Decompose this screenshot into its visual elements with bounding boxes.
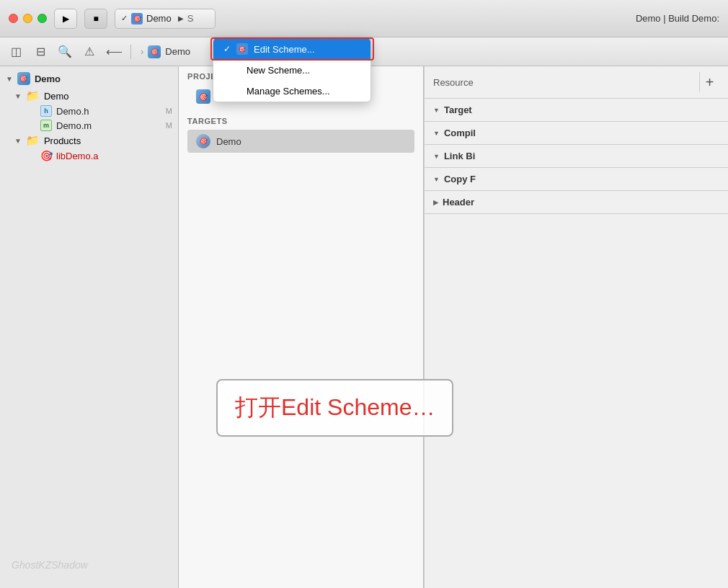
link-binary-section-header[interactable]: Link Bi bbox=[425, 145, 728, 167]
navigator-icon: ◫ bbox=[11, 45, 22, 58]
demo-m-badge: M bbox=[166, 121, 172, 130]
root-triangle-icon[interactable] bbox=[6, 75, 13, 83]
maximize-button[interactable] bbox=[37, 14, 47, 23]
compile-section-label: Compil bbox=[444, 128, 476, 138]
play-small-icon: ▶ bbox=[178, 14, 184, 22]
list-item[interactable]: 🎯 libDemo.a bbox=[23, 148, 178, 163]
inspector-section-link-binary: Link Bi bbox=[425, 145, 728, 168]
annotation-text: 打开Edit Scheme… bbox=[235, 394, 435, 420]
libdemo-label: libDemo.a bbox=[56, 151, 172, 161]
scheme-dropdown-menu: ✓ 🎯 Edit Scheme... New Scheme... Manage … bbox=[213, 37, 371, 102]
scheme-name: Demo bbox=[146, 13, 172, 24]
demo-h-badge: M bbox=[166, 107, 172, 115]
search-button[interactable]: 🔍 bbox=[55, 42, 75, 62]
sidebar-folder-demo: 📁 Demo h Demo.h M m Demo.m M bbox=[0, 88, 178, 133]
scheme-icon: 🎯 bbox=[131, 13, 143, 24]
sidebar: 🎯 Demo 📁 Demo h Demo.h M m Demo.m M bbox=[0, 66, 179, 588]
list-item[interactable]: h Demo.h M bbox=[23, 104, 178, 118]
annotation-box: 打开Edit Scheme… bbox=[216, 379, 453, 437]
scheme-box[interactable]: ✓ 🎯 Demo ▶ S bbox=[115, 9, 216, 29]
folder-demo-triangle-icon[interactable] bbox=[14, 92, 22, 100]
folder-demo-icon: 📁 bbox=[26, 89, 40, 102]
watermark-text: GhostKZShadow bbox=[12, 559, 88, 571]
close-button[interactable] bbox=[9, 14, 18, 23]
new-scheme-menu-item[interactable]: New Scheme... bbox=[213, 60, 370, 81]
title-bar-info: Demo | Build Demo: bbox=[636, 13, 719, 24]
link-binary-triangle-icon[interactable] bbox=[433, 153, 440, 160]
navigator-toggle-button[interactable]: ◫ bbox=[6, 42, 26, 62]
project-panel: PROJECT 🎯 Demo TARGETS 🎯 Demo bbox=[179, 66, 424, 588]
check-icon: ✓ bbox=[121, 14, 128, 23]
run-icon: ▶ bbox=[63, 14, 69, 24]
demo-files: h Demo.h M m Demo.m M bbox=[9, 104, 178, 133]
header-file-icon: h bbox=[40, 105, 52, 117]
target-demo-label: Demo bbox=[216, 136, 241, 147]
sidebar-folder-products: 📁 Products 🎯 libDemo.a bbox=[0, 133, 178, 163]
demo-m-label: Demo.m bbox=[56, 120, 161, 131]
inspector: Resource + Target Compil bbox=[425, 66, 728, 588]
add-button[interactable]: + bbox=[699, 72, 719, 92]
list-item[interactable]: m Demo.m M bbox=[23, 118, 178, 133]
run-button[interactable]: ▶ bbox=[54, 9, 77, 29]
title-bar: ▶ ■ ✓ 🎯 Demo ▶ S Demo | Build Demo: bbox=[0, 0, 728, 37]
sidebar-root-label: Demo bbox=[35, 74, 61, 84]
target-demo-row[interactable]: 🎯 Demo bbox=[187, 130, 414, 153]
target-section-label: Target bbox=[444, 104, 472, 115]
stop-button[interactable]: ■ bbox=[84, 9, 107, 29]
inspector-section-headers: Header bbox=[425, 191, 728, 214]
compile-section-triangle-icon[interactable] bbox=[433, 130, 440, 137]
demo-h-label: Demo.h bbox=[56, 106, 161, 117]
back-button[interactable]: ⟵ bbox=[104, 42, 124, 62]
manage-schemes-label: Manage Schemes... bbox=[247, 86, 330, 97]
title-bar-right: Demo | Build Demo: bbox=[636, 13, 719, 24]
hierarchy-button[interactable]: ⊟ bbox=[30, 42, 50, 62]
toolbar-separator bbox=[130, 45, 131, 59]
headers-section-header[interactable]: Header bbox=[425, 191, 728, 213]
target-demo-icon: 🎯 bbox=[196, 134, 210, 148]
scheme-menu-icon: 🎯 bbox=[236, 43, 248, 55]
manage-schemes-menu-item[interactable]: Manage Schemes... bbox=[213, 81, 370, 102]
inspector-section-compile: Compil bbox=[425, 122, 728, 145]
link-binary-label: Link Bi bbox=[444, 151, 475, 161]
breadcrumb-item: Demo bbox=[165, 46, 190, 57]
folder-demo-label: Demo bbox=[44, 91, 69, 102]
breadcrumb-project-icon: 🎯 bbox=[148, 45, 161, 58]
inspector-header: Resource + bbox=[425, 66, 728, 99]
breadcrumb: › 🎯 Demo bbox=[141, 45, 190, 58]
new-scheme-label: New Scheme... bbox=[247, 65, 310, 76]
sidebar-folder-products-row[interactable]: 📁 Products bbox=[9, 133, 178, 148]
target-section-triangle-icon[interactable] bbox=[433, 107, 440, 114]
watermark: GhostKZShadow bbox=[12, 559, 88, 571]
back-icon: ⟵ bbox=[106, 45, 123, 58]
lib-file-icon: 🎯 bbox=[40, 150, 52, 161]
minimize-button[interactable] bbox=[23, 14, 32, 23]
folder-products-icon: 📁 bbox=[26, 134, 40, 147]
headers-label: Header bbox=[443, 197, 474, 208]
folder-products-triangle-icon[interactable] bbox=[14, 137, 22, 145]
sidebar-folder-demo-row[interactable]: 📁 Demo bbox=[9, 88, 178, 104]
sidebar-project-icon: 🎯 bbox=[17, 72, 30, 85]
stop-icon: ■ bbox=[93, 14, 98, 24]
source-file-icon: m bbox=[40, 120, 52, 131]
headers-triangle-icon[interactable] bbox=[433, 199, 438, 206]
compile-section-header[interactable]: Compil bbox=[425, 122, 728, 144]
inspector-section-copy-files: Copy F bbox=[425, 168, 728, 191]
main-layout: 🎯 Demo 📁 Demo h Demo.h M m Demo.m M bbox=[0, 66, 728, 588]
breadcrumb-separator-icon: › bbox=[141, 46, 143, 57]
scheme-selector[interactable]: ✓ 🎯 Demo ▶ S bbox=[115, 9, 216, 29]
add-icon: + bbox=[706, 74, 714, 91]
content-area: PROJECT 🎯 Demo TARGETS 🎯 Demo Resource bbox=[179, 66, 728, 588]
traffic-lights bbox=[9, 14, 47, 23]
check-mark-icon: ✓ bbox=[223, 44, 231, 54]
inspector-section-target: Target bbox=[425, 99, 728, 122]
copy-files-section-header[interactable]: Copy F bbox=[425, 168, 728, 190]
project-demo-icon: 🎯 bbox=[196, 89, 210, 104]
warning-icon: ⚠ bbox=[84, 45, 94, 58]
sidebar-root-header[interactable]: 🎯 Demo bbox=[0, 69, 178, 88]
copy-files-triangle-icon[interactable] bbox=[433, 176, 440, 183]
edit-scheme-menu-item[interactable]: ✓ 🎯 Edit Scheme... bbox=[213, 38, 370, 60]
warning-button[interactable]: ⚠ bbox=[79, 42, 99, 62]
products-files: 🎯 libDemo.a bbox=[9, 148, 178, 163]
targets-section-label: TARGETS bbox=[187, 117, 414, 125]
target-section-header[interactable]: Target bbox=[425, 99, 728, 121]
